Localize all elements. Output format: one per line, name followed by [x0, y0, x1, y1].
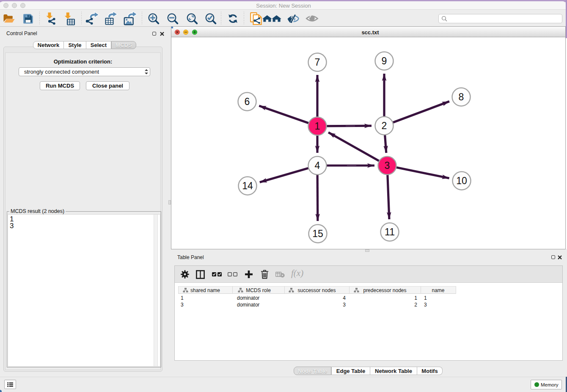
svg-text:7: 7 [315, 57, 320, 68]
svg-text:11: 11 [385, 226, 395, 237]
svg-text:9: 9 [382, 55, 387, 66]
svg-text:6: 6 [245, 96, 250, 107]
svg-text:4: 4 [315, 160, 320, 171]
svg-text:8: 8 [459, 91, 464, 102]
svg-text:14: 14 [242, 180, 253, 191]
svg-text:1: 1 [315, 121, 320, 132]
svg-text:15: 15 [312, 228, 323, 239]
svg-text:3: 3 [385, 160, 390, 171]
svg-text:2: 2 [382, 120, 387, 131]
svg-text:10: 10 [456, 175, 467, 186]
